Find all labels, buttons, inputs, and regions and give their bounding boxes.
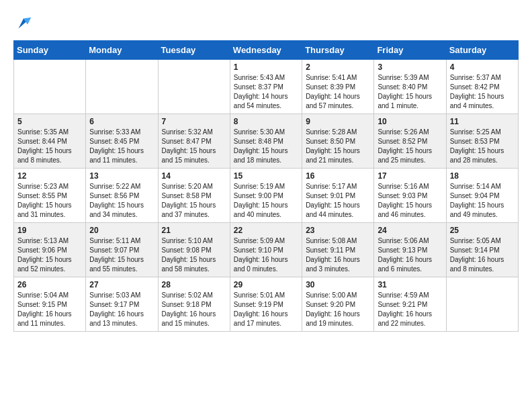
day-number: 22 (234, 226, 298, 235)
calendar-cell: 30Sunrise: 5:00 AM Sunset: 9:20 PM Dayli… (302, 277, 374, 332)
calendar-cell: 11Sunrise: 5:25 AM Sunset: 8:53 PM Dayli… (446, 114, 518, 169)
calendar-cell: 31Sunrise: 4:59 AM Sunset: 9:21 PM Dayli… (374, 277, 446, 332)
calendar-week-row: 1Sunrise: 5:43 AM Sunset: 8:37 PM Daylig… (14, 60, 519, 114)
page-header (13, 13, 519, 34)
calendar-cell: 23Sunrise: 5:08 AM Sunset: 9:11 PM Dayli… (302, 223, 374, 277)
day-number: 3 (378, 62, 442, 72)
day-info: Sunrise: 5:25 AM Sunset: 8:53 PM Dayligh… (450, 128, 515, 165)
day-info: Sunrise: 5:20 AM Sunset: 8:58 PM Dayligh… (162, 182, 226, 220)
calendar-day-header: Friday (374, 41, 446, 60)
calendar-week-row: 19Sunrise: 5:13 AM Sunset: 9:06 PM Dayli… (14, 223, 519, 277)
calendar-table: SundayMondayTuesdayWednesdayThursdayFrid… (13, 40, 519, 332)
day-info: Sunrise: 5:05 AM Sunset: 9:14 PM Dayligh… (450, 236, 515, 274)
day-number: 30 (306, 280, 370, 289)
calendar-cell: 21Sunrise: 5:10 AM Sunset: 9:08 PM Dayli… (158, 223, 230, 277)
calendar-cell: 28Sunrise: 5:02 AM Sunset: 9:18 PM Dayli… (158, 277, 230, 332)
logo (13, 13, 36, 34)
day-number: 25 (450, 226, 515, 235)
day-info: Sunrise: 5:32 AM Sunset: 8:47 PM Dayligh… (162, 128, 226, 165)
day-number: 28 (162, 280, 226, 289)
calendar-cell: 13Sunrise: 5:22 AM Sunset: 8:56 PM Dayli… (86, 169, 158, 223)
calendar-cell: 29Sunrise: 5:01 AM Sunset: 9:19 PM Dayli… (230, 277, 302, 332)
day-number: 19 (17, 226, 82, 235)
day-info: Sunrise: 5:41 AM Sunset: 8:39 PM Dayligh… (306, 73, 370, 111)
day-info: Sunrise: 5:19 AM Sunset: 9:00 PM Dayligh… (234, 182, 298, 220)
calendar-cell: 20Sunrise: 5:11 AM Sunset: 9:07 PM Dayli… (86, 223, 158, 277)
calendar-cell: 24Sunrise: 5:06 AM Sunset: 9:13 PM Dayli… (374, 223, 446, 277)
calendar-cell: 22Sunrise: 5:09 AM Sunset: 9:10 PM Dayli… (230, 223, 302, 277)
calendar-day-header: Thursday (302, 41, 374, 60)
day-info: Sunrise: 5:04 AM Sunset: 9:15 PM Dayligh… (17, 291, 82, 328)
calendar-cell: 19Sunrise: 5:13 AM Sunset: 9:06 PM Dayli… (14, 223, 86, 277)
day-info: Sunrise: 5:26 AM Sunset: 8:52 PM Dayligh… (378, 128, 442, 165)
calendar-cell: 15Sunrise: 5:19 AM Sunset: 9:00 PM Dayli… (230, 169, 302, 223)
calendar-cell: 2Sunrise: 5:41 AM Sunset: 8:39 PM Daylig… (302, 60, 374, 114)
day-number: 17 (378, 171, 442, 181)
calendar-day-header: Monday (86, 41, 158, 60)
calendar-week-row: 5Sunrise: 5:35 AM Sunset: 8:44 PM Daylig… (14, 114, 519, 169)
day-info: Sunrise: 5:37 AM Sunset: 8:42 PM Dayligh… (450, 73, 515, 111)
day-info: Sunrise: 5:01 AM Sunset: 9:19 PM Dayligh… (234, 291, 298, 328)
calendar-cell: 8Sunrise: 5:30 AM Sunset: 8:48 PM Daylig… (230, 114, 302, 169)
calendar-cell: 5Sunrise: 5:35 AM Sunset: 8:44 PM Daylig… (14, 114, 86, 169)
calendar-cell: 7Sunrise: 5:32 AM Sunset: 8:47 PM Daylig… (158, 114, 230, 169)
calendar-cell: 4Sunrise: 5:37 AM Sunset: 8:42 PM Daylig… (446, 60, 518, 114)
calendar-cell: 3Sunrise: 5:39 AM Sunset: 8:40 PM Daylig… (374, 60, 446, 114)
calendar-cell: 14Sunrise: 5:20 AM Sunset: 8:58 PM Dayli… (158, 169, 230, 223)
calendar-cell: 6Sunrise: 5:33 AM Sunset: 8:45 PM Daylig… (86, 114, 158, 169)
calendar-cell: 25Sunrise: 5:05 AM Sunset: 9:14 PM Dayli… (446, 223, 518, 277)
day-number: 4 (450, 62, 515, 72)
calendar-cell: 27Sunrise: 5:03 AM Sunset: 9:17 PM Dayli… (86, 277, 158, 332)
day-number: 6 (89, 117, 154, 126)
calendar-day-header: Wednesday (230, 41, 302, 60)
calendar-cell: 12Sunrise: 5:23 AM Sunset: 8:55 PM Dayli… (14, 169, 86, 223)
day-number: 14 (162, 171, 226, 181)
day-info: Sunrise: 5:17 AM Sunset: 9:01 PM Dayligh… (306, 182, 370, 220)
calendar-cell (86, 60, 158, 114)
day-number: 31 (378, 280, 442, 289)
calendar-day-header: Saturday (446, 41, 518, 60)
day-info: Sunrise: 4:59 AM Sunset: 9:21 PM Dayligh… (378, 291, 442, 328)
day-info: Sunrise: 5:00 AM Sunset: 9:20 PM Dayligh… (306, 291, 370, 328)
day-info: Sunrise: 5:11 AM Sunset: 9:07 PM Dayligh… (89, 236, 154, 274)
day-number: 26 (17, 280, 82, 289)
day-number: 29 (234, 280, 298, 289)
day-info: Sunrise: 5:23 AM Sunset: 8:55 PM Dayligh… (17, 182, 82, 220)
day-number: 1 (234, 62, 298, 72)
day-info: Sunrise: 5:06 AM Sunset: 9:13 PM Dayligh… (378, 236, 442, 274)
calendar-day-header: Tuesday (158, 41, 230, 60)
day-info: Sunrise: 5:30 AM Sunset: 8:48 PM Dayligh… (234, 128, 298, 165)
day-info: Sunrise: 5:28 AM Sunset: 8:50 PM Dayligh… (306, 128, 370, 165)
day-number: 7 (162, 117, 226, 126)
day-number: 2 (306, 62, 370, 72)
day-info: Sunrise: 5:35 AM Sunset: 8:44 PM Dayligh… (17, 128, 82, 165)
day-number: 13 (89, 171, 154, 181)
day-number: 5 (17, 117, 82, 126)
day-number: 9 (306, 117, 370, 126)
day-number: 21 (162, 226, 226, 235)
day-number: 18 (450, 171, 515, 181)
calendar-cell: 9Sunrise: 5:28 AM Sunset: 8:50 PM Daylig… (302, 114, 374, 169)
day-number: 20 (89, 226, 154, 235)
day-number: 15 (234, 171, 298, 181)
calendar-week-row: 12Sunrise: 5:23 AM Sunset: 8:55 PM Dayli… (14, 169, 519, 223)
day-info: Sunrise: 5:43 AM Sunset: 8:37 PM Dayligh… (234, 73, 298, 111)
day-number: 11 (450, 117, 515, 126)
day-info: Sunrise: 5:16 AM Sunset: 9:03 PM Dayligh… (378, 182, 442, 220)
day-number: 27 (89, 280, 154, 289)
day-number: 24 (378, 226, 442, 235)
day-info: Sunrise: 5:02 AM Sunset: 9:18 PM Dayligh… (162, 291, 226, 328)
logo-icon (13, 13, 34, 34)
calendar-week-row: 26Sunrise: 5:04 AM Sunset: 9:15 PM Dayli… (14, 277, 519, 332)
day-info: Sunrise: 5:03 AM Sunset: 9:17 PM Dayligh… (89, 291, 154, 328)
calendar-cell: 18Sunrise: 5:14 AM Sunset: 9:04 PM Dayli… (446, 169, 518, 223)
calendar-cell: 17Sunrise: 5:16 AM Sunset: 9:03 PM Dayli… (374, 169, 446, 223)
day-info: Sunrise: 5:08 AM Sunset: 9:11 PM Dayligh… (306, 236, 370, 274)
day-number: 23 (306, 226, 370, 235)
calendar-cell: 10Sunrise: 5:26 AM Sunset: 8:52 PM Dayli… (374, 114, 446, 169)
day-info: Sunrise: 5:22 AM Sunset: 8:56 PM Dayligh… (89, 182, 154, 220)
day-info: Sunrise: 5:10 AM Sunset: 9:08 PM Dayligh… (162, 236, 226, 274)
calendar-cell (446, 277, 518, 332)
calendar-header-row: SundayMondayTuesdayWednesdayThursdayFrid… (14, 41, 519, 60)
day-info: Sunrise: 5:33 AM Sunset: 8:45 PM Dayligh… (89, 128, 154, 165)
